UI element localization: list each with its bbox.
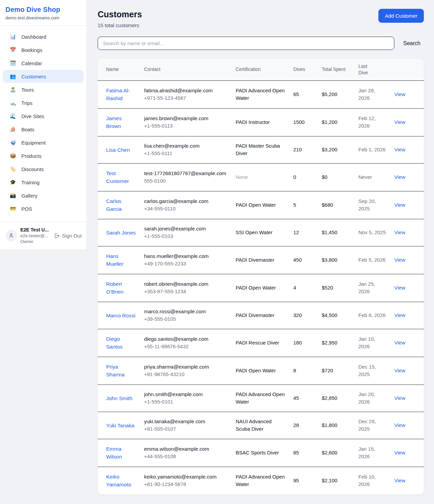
cell-total-spent: $1,800 — [318, 412, 354, 439]
view-customer-link[interactable]: View — [394, 422, 405, 428]
sidebar-item-label: Trips — [21, 100, 33, 106]
view-customer-link[interactable]: View — [394, 395, 405, 401]
customer-name-link[interactable]: Fatima Al-Rashid — [106, 88, 130, 101]
cell-name: Robert O'Brien — [98, 274, 140, 302]
sidebar-item-trips[interactable]: 🛥️Trips — [3, 96, 84, 109]
sidebar-item-gallery[interactable]: 📸Gallery — [3, 189, 84, 202]
table-header-row: NameContactCertificationDivesTotal Spent… — [98, 59, 424, 80]
discounts-tag-icon: 🏷️ — [9, 166, 16, 172]
sidebar-item-label: Training — [21, 180, 40, 185]
customer-name-link[interactable]: Robert O'Brien — [106, 281, 123, 295]
cell-contact: lisa.chen@example.com+1-555-0111 — [140, 136, 232, 163]
cell-total-spent: $2,850 — [318, 385, 354, 412]
cell-last-dive: Sep 20, 2025 — [354, 191, 390, 219]
search-button[interactable]: Search — [398, 38, 424, 49]
sidebar-item-dive-sites[interactable]: 🌊Dive Sites — [3, 110, 84, 123]
cell-dives: 4 — [289, 274, 318, 302]
customer-name-link[interactable]: John Smith — [106, 395, 133, 401]
customer-name-link[interactable]: Lisa Chen — [106, 147, 130, 153]
customer-name-link[interactable]: Test Customer — [106, 170, 129, 184]
customer-name-link[interactable]: Yuki Tanaka — [106, 423, 134, 428]
training-cap-icon: 🎓 — [9, 179, 16, 185]
customer-phone: +55-11-99876-5432 — [144, 343, 228, 351]
shop-name[interactable]: Demo Dive Shop — [5, 6, 81, 14]
add-customer-button[interactable]: Add Customer — [378, 9, 424, 23]
view-customer-link[interactable]: View — [394, 119, 405, 125]
sidebar-item-discounts[interactable]: 🏷️Discounts — [3, 163, 84, 175]
cell-total-spent: $680 — [318, 191, 354, 219]
customer-name-link[interactable]: Marco Rossi — [106, 313, 135, 318]
table-body: Fatima Al-Rashidfatima.alrashid@example.… — [98, 80, 424, 494]
customer-phone: +1-555-0111 — [144, 150, 228, 157]
cell-dives: 1500 — [289, 108, 318, 136]
column-header-contact: Contact — [140, 59, 232, 80]
search-input[interactable] — [98, 37, 394, 50]
cell-dives: 180 — [289, 329, 318, 357]
tours-island-icon: 🏝️ — [9, 87, 16, 93]
customer-name-link[interactable]: Keiko Yamamoto — [106, 474, 131, 488]
sidebar-item-boats[interactable]: ⛵Boats — [3, 123, 84, 136]
customer-name-link[interactable]: Emma Wilson — [106, 446, 122, 460]
view-customer-link[interactable]: View — [394, 202, 405, 208]
view-customer-link[interactable]: View — [394, 450, 405, 455]
customers-people-icon: 👥 — [9, 73, 16, 79]
page-header: Customers 15 total customers Add Custome… — [98, 9, 424, 28]
customer-name-link[interactable]: Priya Sharma — [106, 364, 124, 378]
cell-contact: james.brown@example.com+1-555-0113 — [140, 108, 232, 136]
customer-name-link[interactable]: Sarah Jones — [106, 230, 136, 236]
view-customer-link[interactable]: View — [394, 368, 405, 373]
sidebar-item-dashboard[interactable]: 📊Dashboard — [3, 30, 84, 43]
view-customer-link[interactable]: View — [394, 229, 405, 235]
customer-email: hans.mueller@example.com — [144, 253, 228, 260]
view-customer-link[interactable]: View — [394, 91, 405, 97]
customer-email: fatima.alrashid@example.com — [144, 87, 228, 95]
table-row: Sarah Jonessarah.jones@example.com+1-555… — [98, 219, 424, 246]
cell-name: Emma Wilson — [98, 439, 140, 467]
sidebar-item-bookings[interactable]: 📅Bookings — [3, 43, 84, 56]
view-customer-link[interactable]: View — [394, 312, 405, 318]
customer-phone: +81-555-0107 — [144, 425, 228, 433]
view-customer-link[interactable]: View — [394, 285, 405, 291]
view-customer-link[interactable]: View — [394, 257, 405, 263]
cell-actions: View — [390, 163, 424, 191]
view-customer-link[interactable]: View — [394, 174, 405, 180]
cell-dives: 65 — [289, 80, 318, 108]
sidebar-item-label: POS — [21, 206, 32, 212]
cell-actions: View — [390, 302, 424, 329]
customer-name-link[interactable]: Diego Santos — [106, 336, 122, 350]
cell-certification: PADI Open Water — [232, 357, 289, 385]
cell-last-dive: Feb 10, 2026 — [354, 467, 390, 494]
sidebar-item-label: Dashboard — [21, 34, 46, 40]
sidebar-item-tours[interactable]: 🏝️Tours — [3, 83, 84, 96]
customer-name-link[interactable]: Hans Mueller — [106, 253, 123, 267]
cell-actions: View — [390, 439, 424, 467]
cell-certification: SSI Open Water — [232, 219, 289, 246]
sidebar-item-customers[interactable]: 👥Customers — [3, 70, 84, 83]
customer-phone: +49-170-555-2233 — [144, 260, 228, 268]
user-box: E2E Test U... e2e-tester@... Owner Sign … — [0, 222, 86, 249]
sign-out-button[interactable]: Sign Out — [54, 233, 82, 239]
cell-last-dive: Nov 5, 2025 — [354, 219, 390, 246]
sidebar-item-pos[interactable]: 💳POS — [3, 202, 84, 215]
view-customer-link[interactable]: View — [394, 340, 405, 346]
cell-certification: PADI Divemaster — [232, 302, 289, 329]
view-customer-link[interactable]: View — [394, 147, 405, 152]
sidebar-item-calendar[interactable]: 🗓️Calendar — [3, 57, 84, 70]
sidebar-item-training[interactable]: 🎓Training — [3, 176, 84, 189]
table-row: James Brownjames.brown@example.com+1-555… — [98, 108, 424, 136]
cell-total-spent: $720 — [318, 357, 354, 385]
brand-block: Demo Dive Shop demo.test.divestreams.com — [0, 0, 86, 26]
customer-count: 15 total customers — [98, 22, 142, 28]
customer-phone: +34-555-0110 — [144, 205, 228, 213]
sidebar-item-products[interactable]: 📦Products — [3, 149, 84, 162]
customer-phone: +44-555-0108 — [144, 453, 228, 461]
cell-contact: test-1772681807767@example.com555-0100 — [140, 163, 232, 191]
column-header-actions — [390, 59, 424, 80]
customer-phone: +971-55-123-4567 — [144, 94, 228, 102]
sidebar-item-equipment[interactable]: 🤿Equipment — [3, 136, 84, 149]
customer-name-link[interactable]: Carlos Garcia — [106, 198, 122, 212]
view-customer-link[interactable]: View — [394, 478, 405, 483]
customer-name-link[interactable]: James Brown — [106, 115, 122, 129]
cell-total-spent: $1,450 — [318, 219, 354, 246]
search-row: Search — [98, 37, 424, 50]
